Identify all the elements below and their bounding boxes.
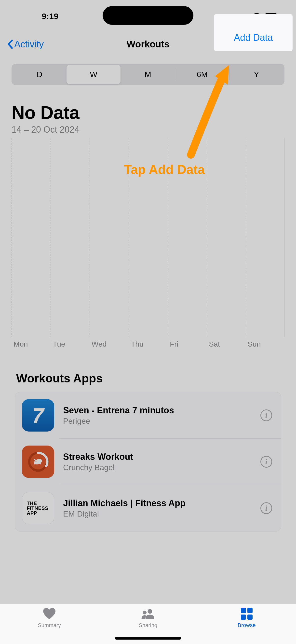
heart-icon <box>42 608 56 620</box>
svg-point-5 <box>148 609 152 614</box>
info-icon[interactable]: i <box>261 410 272 421</box>
status-time: 9:19 <box>42 12 58 21</box>
app-title: Streaks Workout <box>63 452 261 462</box>
back-button[interactable]: Activity <box>7 39 44 50</box>
segment-six-months[interactable]: 6M <box>175 65 229 84</box>
chart-day-label: Thu <box>131 340 144 348</box>
page-title: Workouts <box>127 39 170 50</box>
dynamic-island <box>103 6 193 25</box>
apps-list: 7 Seven - Entrena 7 minutos Perigee i St <box>15 392 281 532</box>
tab-browse[interactable]: Browse <box>197 604 296 644</box>
home-indicator[interactable] <box>115 637 181 640</box>
svg-rect-8 <box>247 608 253 613</box>
add-data-highlight: Add Data <box>214 14 293 51</box>
tab-summary[interactable]: Summary <box>0 604 99 644</box>
app-icon <box>22 446 54 478</box>
chart-date-range: 14 – 20 Oct 2024 <box>11 124 285 135</box>
chart-day-label: Mon <box>13 340 28 348</box>
back-label: Activity <box>14 39 44 50</box>
time-range-segmented-control[interactable]: D W M 6M Y <box>11 64 285 85</box>
app-row-seven[interactable]: 7 Seven - Entrena 7 minutos Perigee i <box>15 392 281 438</box>
people-icon <box>141 608 155 620</box>
tab-label: Browse <box>238 622 256 628</box>
chart-day-label: Sun <box>248 340 261 348</box>
chart-day-label: Tue <box>53 340 65 348</box>
app-title: Seven - Entrena 7 minutos <box>63 405 261 416</box>
segment-day[interactable]: D <box>12 65 66 84</box>
svg-rect-10 <box>247 614 253 620</box>
app-icon: 7 <box>22 399 54 432</box>
app-icon: THE FITNESS APP <box>22 492 54 524</box>
workouts-apps-section: Workouts Apps 7 Seven - Entrena 7 minuto… <box>0 372 296 532</box>
app-subtitle: Crunchy Bagel <box>63 463 261 472</box>
grid-icon <box>240 608 254 620</box>
app-title: Jillian Michaels | Fitness App <box>63 498 261 508</box>
segment-year[interactable]: Y <box>230 65 284 84</box>
svg-point-3 <box>33 458 43 466</box>
segment-month[interactable]: M <box>121 65 175 84</box>
chart-value-title: No Data <box>11 102 285 123</box>
chevron-left-icon <box>7 40 13 49</box>
chart-day-label: Wed <box>92 340 106 348</box>
nav-bar: Activity Workouts Add Data <box>0 30 296 59</box>
app-row-streaks[interactable]: Streaks Workout Crunchy Bagel i <box>59 438 281 485</box>
svg-rect-9 <box>241 614 246 620</box>
chart-day-label: Fri <box>170 340 178 348</box>
svg-rect-7 <box>241 608 246 613</box>
apps-heading: Workouts Apps <box>16 372 281 385</box>
app-subtitle: EM Digital <box>63 510 261 518</box>
chart-day-label: Sat <box>209 340 220 348</box>
info-icon[interactable]: i <box>261 502 272 514</box>
tab-label: Sharing <box>139 622 157 628</box>
add-data-button[interactable]: Add Data <box>234 32 273 43</box>
chart-heading: No Data 14 – 20 Oct 2024 <box>0 85 296 135</box>
app-row-fitness[interactable]: THE FITNESS APP Jillian Michaels | Fitne… <box>59 485 281 531</box>
tab-label: Summary <box>38 622 61 628</box>
workouts-chart[interactable]: Mon Tue Wed Thu Fri Sat Sun <box>11 138 285 352</box>
svg-point-6 <box>143 610 147 614</box>
app-subtitle: Perigee <box>63 416 261 426</box>
segment-week[interactable]: W <box>66 65 120 84</box>
info-icon[interactable]: i <box>261 456 272 468</box>
